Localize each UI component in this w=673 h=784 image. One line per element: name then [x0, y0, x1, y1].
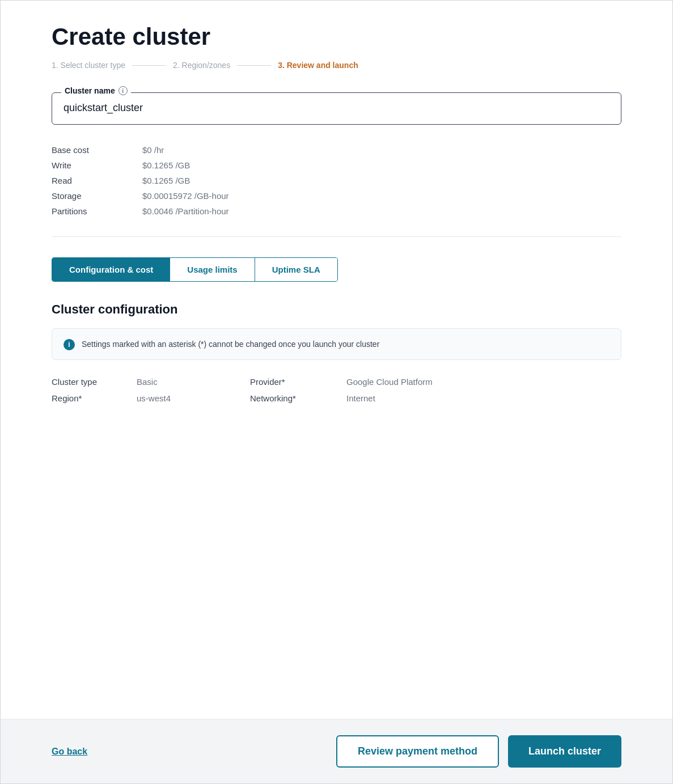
config-details-grid: Cluster typeBasicProvider*Google Cloud P… [52, 377, 621, 403]
asterisk-info-box: i Settings marked with an asterisk (*) c… [52, 328, 621, 360]
cost-value: $0.1265 /GB [142, 160, 621, 170]
asterisk-info-icon: i [64, 339, 75, 350]
config-label: Region* [52, 393, 137, 403]
footer: Go back Review payment method Launch clu… [1, 719, 672, 783]
cost-label: Storage [52, 191, 142, 201]
tab-config[interactable]: Configuration & cost [52, 258, 170, 281]
go-back-button[interactable]: Go back [52, 747, 87, 757]
launch-cluster-button[interactable]: Launch cluster [508, 735, 621, 768]
config-value: Basic [137, 377, 250, 387]
cost-label: Base cost [52, 145, 142, 155]
step-divider-2 [237, 65, 271, 66]
cost-value: $0 /hr [142, 145, 621, 155]
asterisk-info-text: Settings marked with an asterisk (*) can… [82, 338, 379, 350]
tabs-container: Configuration & costUsage limitsUptime S… [52, 257, 338, 282]
section-divider [52, 236, 621, 237]
review-payment-button[interactable]: Review payment method [336, 735, 499, 768]
step-3-label: 3. Review and launch [278, 61, 358, 70]
cluster-name-box: Cluster name i quickstart_cluster [52, 92, 621, 125]
cluster-config-title: Cluster configuration [52, 302, 621, 317]
step-2-label: 2. Region/zones [173, 61, 230, 70]
cost-grid: Base cost$0 /hrWrite$0.1265 /GBRead$0.12… [52, 145, 621, 216]
step-divider-1 [132, 65, 166, 66]
config-value: Internet [346, 393, 621, 403]
step-1-label: 1. Select cluster type [52, 61, 125, 70]
config-label: Networking* [250, 393, 346, 403]
cluster-config-section: Cluster configuration i Settings marked … [52, 302, 621, 403]
tab-sla[interactable]: Uptime SLA [255, 258, 337, 281]
config-label: Cluster type [52, 377, 137, 387]
cost-label: Read [52, 176, 142, 185]
config-label: Provider* [250, 377, 346, 387]
cost-label: Partitions [52, 206, 142, 216]
page-title: Create cluster [52, 23, 621, 50]
cluster-name-value: quickstart_cluster [64, 99, 609, 114]
cluster-name-section: Cluster name i quickstart_cluster [52, 92, 621, 125]
footer-right-buttons: Review payment method Launch cluster [336, 735, 621, 768]
cost-value: $0.0046 /Partition-hour [142, 206, 621, 216]
tab-usage[interactable]: Usage limits [170, 258, 255, 281]
cluster-name-legend: Cluster name i [61, 86, 131, 95]
cost-value: $0.00015972 /GB-hour [142, 191, 621, 201]
cluster-name-info-icon[interactable]: i [118, 86, 128, 95]
config-value: us-west4 [137, 393, 250, 403]
cost-label: Write [52, 160, 142, 170]
cost-value: $0.1265 /GB [142, 176, 621, 185]
stepper: 1. Select cluster type 2. Region/zones 3… [52, 61, 621, 70]
config-value: Google Cloud Platform [346, 377, 621, 387]
